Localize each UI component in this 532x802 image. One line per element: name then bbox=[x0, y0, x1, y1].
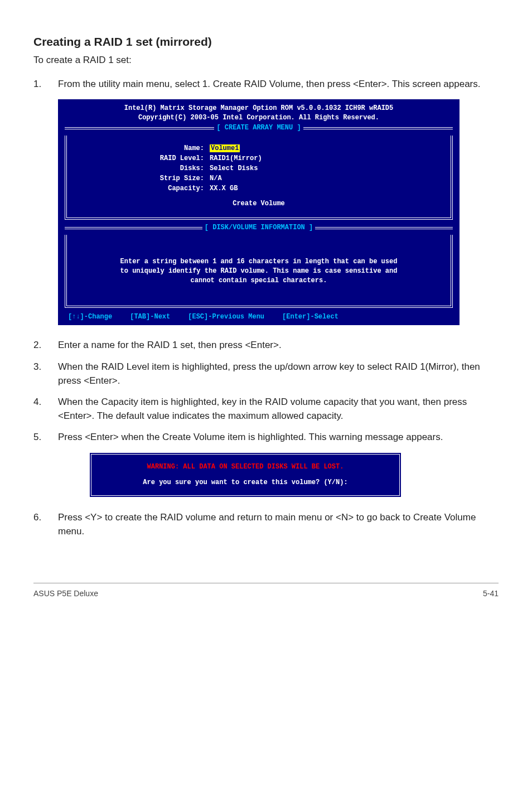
field-value-strip-size: N/A bbox=[210, 173, 222, 183]
step-number: 5. bbox=[33, 431, 58, 445]
steps-list-cont: 2. Enter a name for the RAID 1 set, then… bbox=[33, 339, 499, 445]
intro-text: To create a RAID 1 set: bbox=[33, 54, 499, 67]
footer-right: 5-41 bbox=[483, 588, 499, 599]
step-6: 6. Press <Y> to create the RAID volume a… bbox=[33, 511, 499, 538]
step-2: 2. Enter a name for the RAID 1 set, then… bbox=[33, 339, 499, 352]
step-number: 4. bbox=[33, 395, 58, 423]
bios-hint-line-1: Enter a string between 1 and 16 characte… bbox=[76, 257, 442, 267]
bios-title-2: Copyright(C) 2003-05 Intel Corporation. … bbox=[65, 113, 453, 123]
footer-left: ASUS P5E Deluxe bbox=[33, 588, 98, 599]
field-value-raid-level: RAID1(Mirror) bbox=[210, 153, 262, 163]
step-body: Press <Y> to create the RAID volume and … bbox=[58, 511, 499, 538]
warning-red-text: WARNING: ALL DATA ON SELECTED DISKS WILL… bbox=[104, 462, 387, 472]
step-1: 1. From the utility main menu, select 1.… bbox=[33, 78, 499, 91]
bios-footer-select: [Enter]-Select bbox=[282, 312, 338, 322]
bios-hint-line-2: to uniquely identify the RAID volume. Th… bbox=[76, 267, 442, 276]
field-label-strip-size: Strip Size: bbox=[76, 173, 210, 183]
field-value-capacity: XX.X GB bbox=[210, 183, 238, 194]
steps-list-cont2: 6. Press <Y> to create the RAID volume a… bbox=[33, 511, 499, 538]
field-label-raid-level: RAID Level: bbox=[76, 153, 210, 163]
page-footer: ASUS P5E Deluxe 5-41 bbox=[33, 583, 499, 599]
bios-screenshot: Intel(R) Matrix Storage Manager Option R… bbox=[58, 99, 499, 326]
step-number: 6. bbox=[33, 511, 58, 538]
disk-volume-info-label: [ DISK/VOLUME INFORMATION ] bbox=[202, 223, 315, 233]
step-body: Press <Enter> when the Create Volume ite… bbox=[58, 431, 499, 445]
step-body: From the utility main menu, select 1. Cr… bbox=[58, 78, 499, 91]
step-number: 1. bbox=[33, 78, 58, 91]
step-5: 5. Press <Enter> when the Create Volume … bbox=[33, 431, 499, 445]
field-label-capacity: Capacity: bbox=[76, 183, 210, 194]
step-3: 3. When the RAID Level item is highlight… bbox=[33, 360, 499, 388]
field-value-name: Volume1 bbox=[210, 144, 240, 152]
step-number: 2. bbox=[33, 339, 58, 352]
step-body: When the RAID Level item is highlighted,… bbox=[58, 360, 499, 388]
create-volume-action: Create Volume bbox=[76, 199, 442, 209]
step-body: Enter a name for the RAID 1 set, then pr… bbox=[58, 339, 499, 352]
warning-prompt-text: Are you sure you want to create this vol… bbox=[104, 478, 387, 487]
bios-footer-prev: [ESC]-Previous Menu bbox=[188, 312, 264, 322]
bios-title-1: Intel(R) Matrix Storage Manager Option R… bbox=[65, 104, 453, 113]
field-label-name: Name: bbox=[76, 143, 210, 153]
create-array-menu-label: [ CREATE ARRAY MENU ] bbox=[214, 123, 303, 133]
bios-hint-line-3: cannot contain special characters. bbox=[76, 276, 442, 286]
warning-dialog: WARNING: ALL DATA ON SELECTED DISKS WILL… bbox=[89, 452, 402, 497]
step-number: 3. bbox=[33, 360, 58, 388]
field-value-disks: Select Disks bbox=[210, 163, 258, 173]
steps-list: 1. From the utility main menu, select 1.… bbox=[33, 78, 499, 91]
section-heading: Creating a RAID 1 set (mirrored) bbox=[33, 33, 499, 50]
field-label-disks: Disks: bbox=[76, 163, 210, 173]
bios-footer-change: [↑↓]-Change bbox=[68, 312, 112, 322]
step-4: 4. When the Capacity item is highlighted… bbox=[33, 395, 499, 423]
step-body: When the Capacity item is highlighted, k… bbox=[58, 395, 499, 423]
bios-footer-next: [TAB]-Next bbox=[130, 312, 170, 322]
